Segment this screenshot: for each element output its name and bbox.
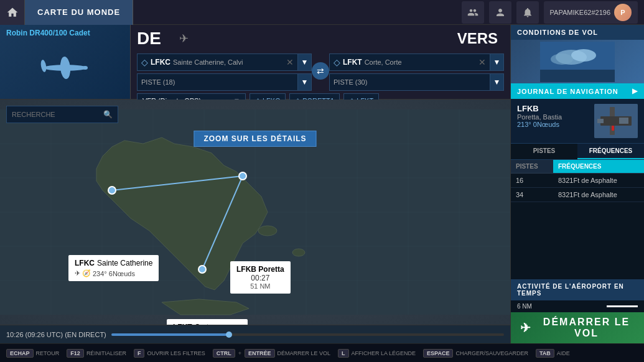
lfkt-code: LFKT	[173, 323, 192, 325]
activite-label: ACTIVITÉ DE L'AÉROPORT EN TEMPS	[511, 279, 644, 300]
aircraft-svg	[28, 50, 103, 85]
svg-rect-32	[619, 118, 628, 124]
flight-direction-icon: ✈	[179, 32, 189, 45]
username-label: PAPAMIKE62#2196	[550, 9, 610, 16]
tab-pistes[interactable]: PISTES	[511, 144, 577, 159]
label-filtres: OUVRIR LES FILTRES	[147, 350, 205, 356]
map-area[interactable]: 🔍 ZOOM SUR LES DÉTAILS LFKC Sainte Cathe…	[0, 100, 510, 325]
svg-point-23	[198, 266, 206, 273]
route-header: DE ✈ VERS	[131, 25, 510, 52]
vers-label: VERS	[457, 30, 504, 47]
time-slider-handle	[226, 332, 232, 338]
left-panel: Robin DR400/100 Cadet	[0, 25, 510, 343]
svg-rect-33	[597, 119, 604, 123]
notification-icon[interactable]	[516, 1, 539, 24]
hint-aide: TAB AIDE	[536, 349, 570, 358]
conditions-header: CONDITIONS DE VOL	[511, 25, 644, 40]
diamond-icon-2: ◇	[334, 57, 340, 67]
aircraft-image	[6, 40, 124, 95]
plane-icon-start: ✈	[520, 320, 532, 335]
arrival-runway-input[interactable]: PISTE (30) ▼	[329, 73, 504, 91]
departure-name: Sainte Catherine, Calvi	[173, 58, 284, 66]
departure-runway-input[interactable]: PISTE (18) ▼	[137, 73, 312, 91]
top-bar: CARTE DU MONDE PAPAMIKE62#2196 P	[0, 0, 644, 25]
label-aide: AIDE	[557, 350, 570, 356]
svg-point-22	[239, 172, 246, 180]
label-demarrer: DÉMARRER LE VOL	[278, 350, 331, 356]
departure-airport-input[interactable]: ◇ LFKC Sainte Catherine, Calvi ✕ ▼	[137, 53, 312, 71]
svg-point-3	[83, 66, 88, 70]
key-espace: ESPACE	[423, 349, 453, 358]
conditions-label: CONDITIONS DE VOL	[517, 29, 598, 36]
search-icon: 🔍	[103, 110, 113, 119]
clear-arrival[interactable]: ✕	[478, 57, 486, 67]
svg-point-26	[571, 49, 596, 62]
col-piste: PISTES	[511, 160, 553, 174]
runway-id-2: 34	[511, 188, 553, 202]
nm-scale-bar	[607, 305, 638, 307]
profile-icon[interactable]	[489, 1, 511, 24]
main-content: Robin DR400/100 Cadet	[0, 25, 644, 343]
user-badge[interactable]: PAPAMIKE62#2196 P	[544, 1, 638, 24]
conditions-section: CONDITIONS DE VOL	[511, 25, 644, 83]
hint-charger: ESPACE CHARGER/SAUVEGARDER	[423, 349, 528, 358]
svg-point-21	[108, 187, 116, 194]
departure-arrow[interactable]: ▼	[297, 54, 311, 70]
journal-header: JOURNAL DE NAVIGATION ▶	[511, 83, 644, 99]
arrival-group: ◇ LFKT Corte, Corte ✕ ▼ PISTE (30) ▼	[329, 53, 504, 91]
de-label: DE	[137, 29, 168, 49]
flight-header: Robin DR400/100 Cadet	[0, 25, 510, 100]
airport-info-speed: 213° 0Nœuds	[517, 121, 589, 128]
airport-info-text: LFKB Poretta, Bastia 213° 0Nœuds	[517, 104, 589, 138]
lfkt-name: Corte	[195, 323, 213, 325]
svg-point-27	[551, 53, 573, 65]
runway-arrow[interactable]: ▼	[297, 74, 311, 90]
lfkb-time: 00:27	[236, 274, 284, 282]
time-slider[interactable]	[111, 333, 504, 336]
arrival-runway: PISTE (30)	[334, 78, 486, 86]
carte-du-monde-tab[interactable]: CARTE DU MONDE	[25, 0, 133, 25]
arrival-code: LFKT	[343, 58, 362, 67]
airport-card-lfkt: LFKT Corte ✈ 🧭 156° 1Nœuds	[167, 319, 248, 325]
zoom-button[interactable]: ZOOM SUR LES DÉTAILS	[194, 131, 316, 147]
clear-departure[interactable]: ✕	[286, 57, 294, 67]
arrival-airport-input[interactable]: ◇ LFKT Corte, Corte ✕ ▼	[329, 53, 504, 71]
aircraft-name: Robin DR400/100 Cadet	[6, 29, 124, 37]
label-charger: CHARGER/SAUVEGARDER	[455, 350, 528, 356]
right-panel: CONDITIONS DE VOL JOURNAL DE NAVIGATION	[510, 25, 644, 343]
start-flight-button[interactable]: ✈ DÉMARRER LE VOL	[511, 312, 644, 343]
swap-button[interactable]: ⇄	[312, 62, 329, 80]
airport-info-name: Poretta, Bastia	[517, 113, 589, 121]
hint-retour: ECHAP RETOUR	[6, 349, 59, 358]
airport-info-card: LFKB Poretta, Bastia 213° 0Nœuds	[511, 99, 644, 144]
key-tab: TAB	[536, 349, 554, 358]
svg-rect-34	[612, 126, 614, 131]
svg-point-1	[59, 56, 71, 79]
label-retour: RETOUR	[36, 350, 60, 356]
svg-point-19	[258, 226, 277, 236]
hint-reinitialiser: F12 RÉINITIALISER	[67, 349, 126, 358]
svg-point-2	[40, 59, 47, 72]
start-flight-label: DÉMARRER LE VOL	[538, 317, 635, 339]
svg-rect-28	[540, 70, 615, 82]
group-icon[interactable]	[462, 1, 484, 24]
time-slider-fill	[111, 333, 229, 336]
lfkc-heading: 234°	[93, 270, 107, 277]
search-input[interactable]	[12, 111, 103, 118]
key-f12: F12	[67, 349, 84, 358]
arrival-arrow[interactable]: ▼	[490, 54, 503, 70]
runway-length-1: 8321Ft de Asphalte	[553, 174, 644, 188]
map-search[interactable]: 🔍	[6, 106, 118, 123]
home-button[interactable]	[0, 0, 25, 25]
hint-filtres: F OUVRIR LES FILTRES	[134, 349, 205, 358]
runway-length-2: 8321Ft de Asphalte	[553, 188, 644, 202]
runway-row-1: 16 8321Ft de Asphalte	[511, 174, 644, 188]
hint-demarrer: CTRL + ENTRÉE DÉMARRER LE VOL	[213, 349, 330, 358]
journal-spacer	[511, 202, 644, 279]
departure-runway: PISTE (18)	[141, 78, 294, 86]
runway-arrow-2[interactable]: ▼	[490, 74, 503, 90]
bottom-bar: ECHAP RETOUR F12 RÉINITIALISER F OUVRIR …	[0, 343, 644, 362]
journal-section: JOURNAL DE NAVIGATION ▶ LFKB Poretta, Ba…	[511, 83, 644, 343]
tab-frequences[interactable]: FRÉQUENCES	[577, 144, 644, 159]
journal-arrow[interactable]: ▶	[632, 87, 638, 95]
